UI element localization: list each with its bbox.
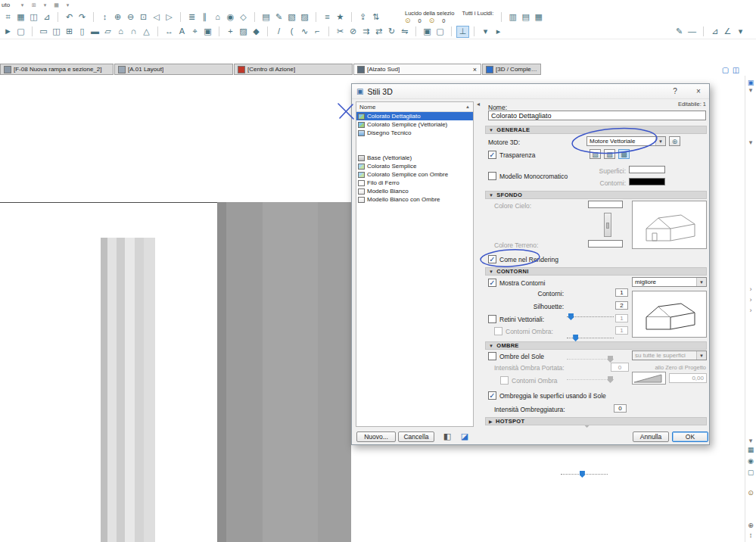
cube-glass-icon[interactable]: ▨ [604,149,615,159]
intensita-ombreggiatura-value[interactable]: 0 [614,404,627,413]
window-tool-icon[interactable]: ⊞ [63,26,76,38]
nuovo-button[interactable]: Nuovo... [356,431,396,442]
contorni-color-swatch[interactable] [629,178,665,185]
fit-view-icon[interactable]: ⊡ [137,11,150,23]
contorni-slider[interactable] [567,313,614,321]
menu-mini-icon-5[interactable]: ▾ [63,1,73,8]
section-hotspot[interactable]: ▶ HOTSPOT [485,417,707,425]
dialog-help-button[interactable]: ? [669,87,681,95]
list-item-colorato-dettagliato[interactable]: Colorato Dettagliato [356,112,473,120]
pick-up-parameters-icon[interactable]: ▾ [479,26,492,38]
elevations-icon[interactable]: ⌂ [211,11,224,23]
ok-button[interactable]: OK [672,431,708,442]
list-item-base-vettoriale-[interactable]: Base (Vettoriale) [356,154,473,162]
group-icon[interactable]: ▣ [421,26,434,38]
style-list-header[interactable]: Nome ▲ [356,102,473,112]
zone-tool-icon[interactable]: ▣ [201,26,214,38]
mesh-tool-icon[interactable]: △ [140,26,153,38]
menu-mini-icon-3[interactable]: ▾ [40,1,50,8]
frame-icon[interactable]: ▢ [746,468,755,477]
publish-icon[interactable]: ⇪ [356,11,369,23]
annulla-button[interactable]: Annulla [633,431,669,442]
spline-tool-icon[interactable]: ∿ [298,26,311,38]
collapse-section-icon-2[interactable]: ▾ [746,138,755,147]
guide-lines-icon[interactable]: ⊥ [456,26,469,38]
silhouette-value[interactable]: 2 [615,301,628,310]
prev-view-icon[interactable]: ◁ [150,11,163,23]
door-tool-icon[interactable]: ◫ [50,26,63,38]
3d-view-icon[interactable]: ◇ [237,11,250,23]
split-rows-icon[interactable]: ▤ [519,11,532,23]
section-contorni[interactable]: ▼ CONTORNI [485,267,707,276]
collapse-section-icon-1[interactable]: ▾ [746,86,755,95]
pen-sets-icon[interactable]: ✎ [272,11,285,23]
tab--f-08-nuova-rampa-e-sezione-2-[interactable]: [F-08 Nuova rampa e sezione_2] [0,64,114,75]
organizer-icon[interactable]: ▦ [532,11,545,23]
mirror-icon[interactable]: ⇋ [398,26,411,38]
favorites-icon[interactable]: ★ [334,11,347,23]
colore-terreno-swatch[interactable] [588,240,623,248]
sky-ground-link-control[interactable] [604,213,611,237]
more-options-icon[interactable]: ▾ [734,26,747,38]
cube-glass-shadow-icon[interactable]: ▩ [618,149,630,159]
superfici-color-swatch[interactable] [629,166,665,173]
dimension-tool-icon[interactable]: ↔ [163,26,176,38]
menu-mini-icon-1[interactable]: ▾ [17,1,27,8]
motore-3d-dropdown[interactable]: Motore Vettoriale ▼ [586,136,666,146]
colore-cielo-swatch[interactable] [588,201,623,208]
split-columns-icon[interactable]: ▥ [506,11,519,23]
slope-value[interactable]: 0,00 [669,373,707,383]
protractor-icon[interactable]: ∠ [721,26,734,38]
workspace-icon[interactable]: ◫ [27,11,40,23]
camera-icon[interactable]: ◉ [224,11,237,23]
wall-tool-icon[interactable]: ▭ [37,26,50,38]
tab--a-01-layout-[interactable]: [A.01 Layout] [114,64,233,75]
stories-icon[interactable]: ≣ [185,11,198,23]
offset-icon[interactable]: ⇉ [359,26,372,38]
ombre-del-sole-checkbox[interactable]: Ombre del Sole [488,352,544,360]
measure-icon[interactable]: ⊿ [708,26,721,38]
hotspot-tool-icon[interactable]: + [224,26,237,38]
float-windows-icon[interactable]: ▢ [720,65,730,74]
beam-tool-icon[interactable]: ▬ [89,26,101,38]
grid-icon[interactable]: ▦ [14,11,27,23]
ungroup-icon[interactable]: ▢ [434,26,446,38]
dialog-close-button[interactable]: × [692,87,705,95]
move-icon[interactable]: ⇄ [372,26,385,38]
pen-color-icon[interactable]: ✎ [673,26,686,38]
polyline-tool-icon[interactable]: ⌐ [311,26,324,38]
arrow-tool-icon[interactable]: ► [2,26,14,38]
list-item-colorato-semplice-con-ombre[interactable]: Colorato Semplice con Ombre [356,170,473,179]
expand-panel-icon-1[interactable]: › [746,285,755,294]
slab-tool-icon[interactable]: ▱ [101,26,114,38]
section-ombre[interactable]: ▼ OMBRE [485,341,707,350]
arc-tool-icon[interactable]: ( [285,26,298,38]
surfaces-icon[interactable]: ▧ [285,11,298,23]
layer-eye-icon-1[interactable]: ⊙ [405,17,411,25]
shading-icon[interactable]: ◉ [746,456,755,466]
grid-snap-icon[interactable]: ⌗ [2,11,14,23]
list-item-disegno-tecnico[interactable]: Disegno Tecnico [356,129,473,137]
zoom-in-icon[interactable]: ⊕ [111,11,124,23]
section-sfondo[interactable]: ▼ SFONDO [485,191,707,199]
figure-tool-icon[interactable]: ▨ [237,26,250,38]
tab-list-icon[interactable]: ◫ [731,65,741,74]
list-item-colorato-semplice-vettoriale-[interactable]: Colorato Semplice (Vettoriale) [356,120,473,129]
object-tool-icon[interactable]: ◆ [250,26,263,38]
line-tool-icon[interactable]: / [272,26,285,38]
building-materials-icon[interactable]: ▨ [298,11,311,23]
cancella-button[interactable]: Cancella [398,431,434,442]
roof-tool-icon[interactable]: ⌂ [114,26,127,38]
expand-panel-icon-2[interactable]: › [746,295,755,304]
shell-tool-icon[interactable]: ∩ [127,26,140,38]
quality-dropdown[interactable]: migliore ▼ [632,277,707,287]
export-style-icon[interactable]: ◪ [459,431,471,442]
style-name-input[interactable] [488,111,706,120]
ruler-icon[interactable]: ⊿ [40,11,53,23]
section-generale[interactable]: ▼ GENERALE [485,126,707,134]
panel-collapse-arrow-icon[interactable]: ◂ [477,101,480,107]
list-item-modello-bianco[interactable]: Modello Bianco [356,187,473,195]
come-nel-rendering-checkbox[interactable]: Come nel Rendering [488,255,558,263]
column-tool-icon[interactable]: ▯ [76,26,89,38]
pan-icon[interactable]: ↕ [98,11,111,23]
